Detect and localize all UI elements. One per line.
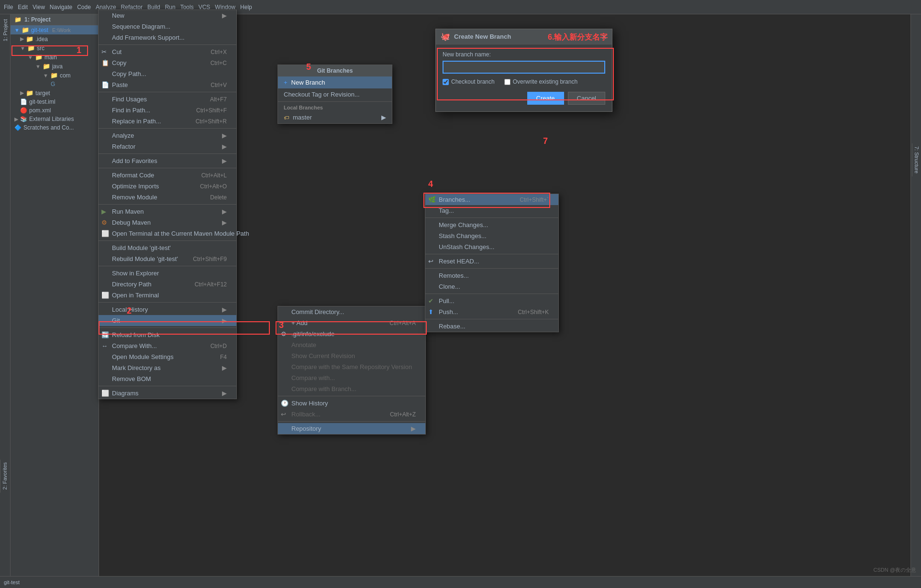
menu-optimize-imports[interactable]: Optimize Imports Ctrl+Alt+O — [99, 181, 236, 192]
mark-dir-arrow: ▶ — [222, 364, 227, 371]
tree-item-pom[interactable]: 🔴 pom.xml — [11, 106, 99, 115]
structure-label[interactable]: 7: Structure — [912, 143, 921, 176]
menu-open-terminal[interactable]: ⬜ Open in Terminal — [99, 290, 236, 301]
sep8 — [99, 266, 236, 266]
menu-refactor[interactable]: Refactor ▶ — [99, 141, 236, 152]
menu-diagrams[interactable]: ⬜ Diagrams ▶ — [99, 388, 236, 399]
tree-item-com[interactable]: ▼ 📁 com — [11, 71, 99, 80]
tree-item-git-test[interactable]: ▼ 📁 git-test E:\Work — [11, 25, 99, 34]
menu-find-usages[interactable]: Find Usages Alt+F7 — [99, 94, 236, 105]
menu-remove-bom[interactable]: Remove BOM — [99, 373, 236, 384]
menu-view[interactable]: View — [33, 4, 45, 11]
repo-clone[interactable]: Clone... — [425, 281, 558, 292]
git-branches-popup[interactable]: Git Branches + New Branch Checkout Tag o… — [277, 65, 392, 124]
menu-cut[interactable]: ✂ Cut Ctrl+X — [99, 46, 236, 57]
menu-file[interactable]: File — [4, 4, 13, 11]
idea-label: .idea — [35, 36, 48, 43]
tree-item-idea[interactable]: ▶ 📁 .idea — [11, 34, 99, 44]
menu-debug-maven[interactable]: ⚙ Debug Maven ▶ — [99, 217, 236, 228]
context-menu-main[interactable]: New ▶ Sequence Diagram... Add Framework … — [98, 10, 237, 399]
checkout-branch-checkbox[interactable] — [443, 79, 449, 85]
menu-run-maven[interactable]: ▶ Run Maven ▶ — [99, 206, 236, 217]
refactor-arrow: ▶ — [222, 143, 227, 150]
paste-shortcut: Ctrl+V — [211, 82, 227, 88]
checkout-branch-checkbox-item[interactable]: Checkout branch — [443, 78, 495, 85]
git-show-history[interactable]: 🕐 Show History — [278, 398, 425, 409]
git-exclude[interactable]: ⚙ .git/info/exclude — [278, 328, 425, 339]
dialog-checkboxes: Checkout branch Overwrite existing branc… — [443, 78, 605, 85]
menu-build-module[interactable]: Build Module 'git-test' — [99, 242, 236, 253]
project-header-label: 1: Project — [24, 16, 51, 23]
menu-git[interactable]: Git ▶ — [99, 315, 236, 326]
menu-copy-path[interactable]: Copy Path... — [99, 68, 236, 79]
branches-master[interactable]: 🏷 master ▶ — [278, 111, 392, 123]
context-menu-git[interactable]: Commit Directory... + + Add Ctrl+Alt+A ⚙… — [277, 306, 426, 435]
repo-reset-head[interactable]: ↩ Reset HEAD... — [425, 256, 558, 267]
create-button[interactable]: Create — [527, 92, 564, 105]
menu-reload[interactable]: 🔄 Reload from Disk — [99, 329, 236, 340]
tree-item-src[interactable]: ▼ 📁 src — [11, 44, 99, 53]
menu-mark-dir[interactable]: Mark Directory as ▶ — [99, 362, 236, 373]
menu-reformat[interactable]: Reformat Code Ctrl+Alt+L — [99, 170, 236, 181]
menu-copy[interactable]: 📋 Copy Ctrl+C — [99, 57, 236, 68]
git-add[interactable]: + + Add Ctrl+Alt+A — [278, 317, 425, 328]
tree-item-g[interactable]: G — [11, 80, 99, 88]
menu-code[interactable]: Code — [77, 4, 91, 11]
menu-replace-in-path[interactable]: Replace in Path... Ctrl+Shift+R — [99, 116, 236, 127]
tree-item-main[interactable]: ▼ 📁 main — [11, 53, 99, 62]
open-terminal-icon: ⬜ — [101, 292, 109, 299]
collapse-icon: ▼ — [14, 27, 20, 33]
menu-compare-label: Compare With... — [112, 342, 157, 349]
repo-merge[interactable]: Merge Changes... — [425, 219, 558, 230]
menu-dir-path[interactable]: Directory Path Ctrl+Alt+F12 — [99, 279, 236, 290]
repo-tag[interactable]: Tag... — [425, 205, 558, 216]
branches-new-branch[interactable]: + New Branch — [278, 76, 392, 88]
git-rollback: ↩ Rollback... Ctrl+Alt+Z — [278, 409, 425, 420]
repo-push[interactable]: ⬆ Push... Ctrl+Shift+K — [425, 306, 558, 317]
repo-pull[interactable]: ✔ Pull... — [425, 295, 558, 306]
menu-new[interactable]: New ▶ — [99, 10, 236, 21]
repo-rebase[interactable]: Rebase... — [425, 321, 558, 332]
git-add-shortcut: Ctrl+Alt+A — [389, 320, 416, 327]
menu-compare-with[interactable]: ↔ Compare With... Ctrl+D — [99, 340, 236, 351]
ext-lib-label: External Libraries — [29, 116, 74, 122]
menu-add-framework[interactable]: Add Framework Support... — [99, 32, 236, 43]
menu-open-terminal-maven[interactable]: ⬜ Open Terminal at the Current Maven Mod… — [99, 228, 236, 239]
overwrite-branch-checkbox-item[interactable]: Overwrite existing branch — [504, 78, 577, 85]
menu-module-settings[interactable]: Open Module Settings F4 — [99, 351, 236, 362]
menu-help[interactable]: Help — [240, 4, 252, 11]
menu-paste[interactable]: 📄 Paste Ctrl+V — [99, 79, 236, 90]
g-java-icon: G — [51, 81, 55, 87]
menu-analyze[interactable]: Analyze ▶ — [99, 130, 236, 141]
menu-local-history[interactable]: Local History ▶ — [99, 304, 236, 315]
favorites-label[interactable]: 2: Favorites — [0, 459, 9, 492]
tree-item-scratches[interactable]: 🔷 Scratches and Co... — [11, 123, 99, 132]
tree-item-java[interactable]: ▼ 📁 java — [11, 62, 99, 71]
menu-remove-module[interactable]: Remove Module Delete — [99, 192, 236, 203]
context-menu-repository[interactable]: 🌿 Branches... Ctrl+Shift+` Tag... Merge … — [425, 194, 559, 332]
branch-name-input[interactable] — [446, 64, 601, 71]
branches-checkout-tag[interactable]: Checkout Tag or Revision... — [278, 88, 392, 100]
git-repository[interactable]: Repository ▶ — [278, 423, 425, 434]
git-commit-dir[interactable]: Commit Directory... — [278, 306, 425, 317]
menu-find-in-path[interactable]: Find in Path... Ctrl+Shift+F — [99, 105, 236, 116]
menu-edit[interactable]: Edit — [18, 4, 28, 11]
sep11 — [99, 386, 236, 386]
repo-stash[interactable]: Stash Changes... — [425, 230, 558, 241]
tree-item-ext-lib[interactable]: ▶ 📚 External Libraries — [11, 115, 99, 123]
menu-navigate[interactable]: Navigate — [50, 4, 72, 11]
menu-sequence-diagram[interactable]: Sequence Diagram... — [99, 21, 236, 32]
menu-add-favorites[interactable]: Add to Favorites ▶ — [99, 155, 236, 166]
reset-head-icon: ↩ — [428, 258, 433, 265]
panel-label-project[interactable]: 1: Project — [1, 17, 9, 44]
repo-unstash[interactable]: UnStash Changes... — [425, 241, 558, 252]
tree-item-target[interactable]: ▶ 📁 target — [11, 88, 99, 98]
iml-label: git-test.iml — [29, 98, 55, 105]
repo-remotes[interactable]: Remotes... — [425, 270, 558, 281]
menu-rebuild-module[interactable]: Rebuild Module 'git-test' Ctrl+Shift+F9 — [99, 253, 236, 264]
overwrite-branch-checkbox[interactable] — [504, 79, 510, 85]
tree-item-iml[interactable]: 📄 git-test.iml — [11, 98, 99, 106]
repo-branches[interactable]: 🌿 Branches... Ctrl+Shift+` — [425, 194, 558, 205]
menu-show-explorer[interactable]: Show in Explorer — [99, 268, 236, 279]
cancel-button[interactable]: Cancel — [568, 92, 605, 105]
